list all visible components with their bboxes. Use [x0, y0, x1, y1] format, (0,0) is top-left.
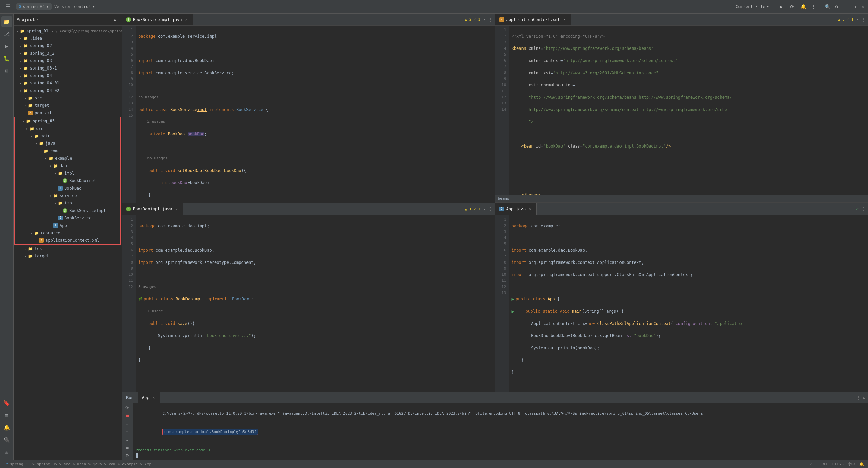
editor-menu-right-icon[interactable]: ⋮ [861, 17, 865, 22]
tree-item-spring02[interactable]: ▸ 📁 spring_02 [14, 42, 122, 50]
minimize-button[interactable]: — [844, 4, 849, 9]
tree-item-spring32[interactable]: ▸ 📁 spring_3_2 [14, 50, 122, 57]
stop-icon[interactable]: ■ [122, 412, 133, 419]
encoding[interactable]: UTF-8 [832, 462, 844, 466]
settings-bottom-icon[interactable]: ⚙ [122, 452, 133, 459]
tree-item-spring05-service[interactable]: ▾ 📁 service [15, 192, 120, 199]
editor-menu-right-bottom-icon[interactable]: ⋮ [861, 207, 865, 211]
notifications-icon[interactable]: 🔔 [1, 422, 12, 433]
tree-item-spring0401[interactable]: ▸ 📁 spring_04_01 [14, 79, 122, 87]
tab-book-service-impl[interactable]: S BookServiceImpl.java ✕ [122, 14, 193, 26]
more-options-icon[interactable]: ⋮ [810, 3, 818, 11]
tree-item-spring05-service-impl[interactable]: ▾ 📁 impl [15, 199, 120, 207]
app-tab-close[interactable]: ✕ [151, 395, 156, 400]
tree-item-spring05-dao[interactable]: ▾ 📁 dao [15, 162, 120, 170]
settings-icon[interactable]: ⚙ [833, 3, 841, 11]
tab-app-java[interactable]: J App.java ✕ [495, 203, 537, 215]
tab-application-context[interactable]: X applicationContext.xml ✕ [495, 14, 571, 26]
bottom-panel: Run App ✕ ⋮ ⚙ ⟳ ■ ↓ ↑ ↓ [122, 392, 868, 460]
tree-item-App[interactable]: A App [15, 222, 120, 229]
debug-tool-icon[interactable]: 🐛 [1, 53, 12, 64]
plugins-icon[interactable]: 🔌 [1, 434, 12, 445]
current-file-dropdown[interactable]: Current File ▾ [736, 4, 769, 9]
restart-icon[interactable]: ⟳ [122, 405, 133, 411]
structure-icon[interactable]: ≡ [1, 410, 12, 421]
version-control-dropdown[interactable]: Version control ▾ [54, 4, 95, 9]
tree-item-spring05-test[interactable]: ▸ 📁 test [14, 245, 122, 252]
tab-run[interactable]: Run [122, 392, 138, 403]
editor-menu-icon[interactable]: ⋮ [488, 17, 492, 22]
tree-item-applicationContext[interactable]: X applicationContext.xml [15, 237, 120, 244]
tree-item-spring03[interactable]: ▸ 📁 spring_03 [14, 57, 122, 64]
sidebar-tree: ▾ 📁 spring_01 G:\JAVA代码\SpringPractice\s… [14, 26, 122, 460]
more-tabs-right-icon[interactable]: ▾ [856, 17, 859, 22]
project-dropdown[interactable]: S spring_01 ▾ [16, 3, 52, 10]
terminal-icon[interactable]: ⊡ [1, 65, 12, 76]
bottom-more-icon[interactable]: ⋮ [856, 395, 860, 400]
line-ending[interactable]: CRLF [819, 462, 828, 466]
restore-button[interactable]: ❐ [852, 4, 857, 9]
tree-item-spring05-src[interactable]: ▾ 📁 src [15, 125, 120, 132]
app-java-code[interactable]: 12345 678910 111213 package com.example;… [495, 215, 868, 392]
down-arrow-icon[interactable]: ↓ [122, 436, 133, 443]
filter-icon[interactable]: ≡ [122, 444, 133, 450]
tree-item-idea[interactable]: ▸ 📁 .idea [14, 35, 122, 42]
close-button[interactable]: ✕ [860, 4, 865, 9]
cursor-position[interactable]: 6:1 [809, 462, 815, 466]
bookmark-icon[interactable]: 🔖 [1, 397, 12, 408]
book-service-impl-code[interactable]: 12345 678910 1112131415 package com.exam… [122, 26, 495, 203]
tree-item-BookServiceImpl[interactable]: S BookServiceImpl [15, 207, 120, 214]
console-cursor [136, 453, 865, 458]
tree-item-BookDaoimpl[interactable]: S BookDaoimpl [15, 177, 120, 184]
more-tabs-bottom-icon[interactable]: ▾ [483, 207, 486, 211]
tree-item-spring0402[interactable]: ▾ 📁 spring_04_02 [14, 87, 122, 94]
application-context-code[interactable]: 12345 678910 11121314 <?xml version="1.0… [495, 26, 868, 195]
tree-root[interactable]: ▾ 📁 spring_01 G:\JAVA代码\SpringPractice\s… [14, 27, 122, 35]
search-everywhere-icon[interactable]: 🔍 [823, 3, 831, 11]
tree-item-spring05-target[interactable]: ▸ 📁 target [14, 252, 122, 260]
tree-item-BookService[interactable]: I BookService [15, 214, 120, 222]
tree-item-spring031[interactable]: ▸ 📁 spring_03-1 [14, 64, 122, 72]
tree-item-BookDao[interactable]: I BookDao [15, 184, 120, 192]
tab-app-java-close[interactable]: ✕ [528, 207, 532, 211]
tree-item-spring05-com[interactable]: ▾ 📁 com [15, 147, 120, 155]
tree-item-0402-src[interactable]: ▸ 📁 src [14, 94, 122, 102]
editor-menu-bottom-icon[interactable]: ⋮ [488, 207, 492, 211]
vcs-icon[interactable]: ⎇ [1, 28, 12, 39]
tree-item-spring05-main[interactable]: ▾ 📁 main [15, 132, 120, 140]
more-tabs-icon[interactable]: ▾ [483, 17, 486, 22]
tab-book-daoimpl-close[interactable]: ✕ [174, 207, 179, 211]
tab-app-java-label: App.java [506, 207, 526, 211]
tree-item-0402-target[interactable]: ▸ 📁 target [14, 102, 122, 109]
notification-icon[interactable]: 🔔 [799, 3, 807, 11]
tree-item-0402-pom[interactable]: X pom.xml [14, 109, 122, 117]
run-tab-label: Run [126, 395, 134, 400]
tab-book-daoimpl[interactable]: S BookDaoimpl.java ✕ [122, 203, 183, 215]
tree-item-spring05[interactable]: ▾ 📁 spring_05 [15, 117, 120, 125]
tree-item-spring04[interactable]: ▸ 📁 spring_04 [14, 72, 122, 79]
indent-label[interactable]: 小中 [848, 462, 855, 467]
tab-application-context-close[interactable]: ✕ [562, 17, 567, 22]
hamburger-menu-icon[interactable]: ☰ [3, 1, 14, 12]
problems-icon[interactable]: ⚠ [1, 446, 12, 457]
sidebar-settings-icon[interactable]: ⚙ [111, 16, 119, 24]
left-editor-column: S BookServiceImpl.java ✕ ▲ 2 ✓ 1 ▾ ⋮ [122, 14, 495, 392]
tree-item-spring05-java[interactable]: ▾ 📁 java [15, 140, 120, 147]
tab-app-run[interactable]: App ✕ [138, 392, 161, 403]
tree-item-spring05-example[interactable]: ▾ 📁 example [15, 155, 120, 162]
line-numbers-right-bottom: 12345 678910 111213 [495, 215, 509, 392]
book-daoimpl-editor: S BookDaoimpl.java ✕ ▲ 1 ✓ 1 ▾ ⋮ [122, 203, 495, 392]
tree-item-spring05-dao-impl[interactable]: ▾ 📁 impl [15, 170, 120, 177]
update-icon[interactable]: ⟳ [788, 3, 796, 11]
tab-book-service-impl-close[interactable]: ✕ [184, 17, 189, 22]
sidebar-dropdown-icon[interactable]: ▾ [36, 18, 38, 21]
run-icon[interactable]: ▶ [777, 3, 785, 11]
up-arrow-icon[interactable]: ↑ [122, 428, 133, 435]
project-tool-icon[interactable]: 📁 [1, 16, 12, 27]
book-daoimpl-code[interactable]: 12345 678910 1112 package com.example.da… [122, 215, 495, 392]
tree-item-spring05-resources[interactable]: ▾ 📁 resources [15, 229, 120, 237]
run-tool-icon[interactable]: ▶ [1, 41, 12, 52]
scroll-to-end-icon[interactable]: ↓ [122, 421, 133, 427]
window-controls: — ❐ ✕ [844, 4, 865, 9]
bottom-settings-icon[interactable]: ⚙ [863, 395, 865, 400]
